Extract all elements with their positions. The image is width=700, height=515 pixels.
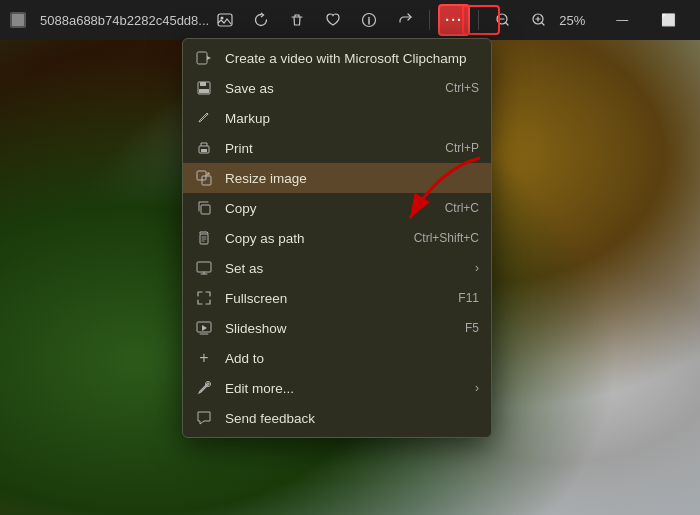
copy-path-label: Copy as path xyxy=(225,231,402,246)
delete-button[interactable] xyxy=(281,4,313,36)
resize-label: Resize image xyxy=(225,171,479,186)
save-as-icon xyxy=(195,79,213,97)
close-button[interactable]: ✕ xyxy=(691,4,700,36)
print-label: Print xyxy=(225,141,433,156)
markup-label: Markup xyxy=(225,111,479,126)
svg-rect-9 xyxy=(200,82,206,86)
zoom-in-button[interactable] xyxy=(523,4,555,36)
set-as-icon xyxy=(195,259,213,277)
clipchamp-label: Create a video with Microsoft Clipchamp xyxy=(225,51,479,66)
copy-label: Copy xyxy=(225,201,433,216)
menu-item-feedback[interactable]: Send feedback xyxy=(183,403,491,433)
maximize-button[interactable]: ⬜ xyxy=(645,4,691,36)
titlebar-left: 5088a688b74b2282c45dd8... xyxy=(8,10,209,30)
add-to-icon: + xyxy=(195,349,213,367)
fullscreen-label: Fullscreen xyxy=(225,291,446,306)
edit-more-label: Edit more... xyxy=(225,381,463,396)
menu-item-copy-path[interactable]: Copy as path Ctrl+Shift+C xyxy=(183,223,491,253)
titlebar: 5088a688b74b2282c45dd8... xyxy=(0,0,700,40)
edit-more-arrow: › xyxy=(475,381,479,395)
menu-item-markup[interactable]: Markup xyxy=(183,103,491,133)
slideshow-label: Slideshow xyxy=(225,321,453,336)
app-icon xyxy=(8,10,28,30)
info-button[interactable] xyxy=(353,4,385,36)
zoom-controls: 25% xyxy=(487,4,591,36)
copy-path-shortcut: Ctrl+Shift+C xyxy=(414,231,479,245)
favorite-button[interactable] xyxy=(317,4,349,36)
save-as-label: Save as xyxy=(225,81,433,96)
toolbar-separator xyxy=(429,10,430,30)
more-options-label: ··· xyxy=(445,12,463,28)
menu-item-copy[interactable]: Copy Ctrl+C xyxy=(183,193,491,223)
feedback-icon xyxy=(195,409,213,427)
feedback-label: Send feedback xyxy=(225,411,479,426)
fullscreen-shortcut: F11 xyxy=(458,291,479,305)
set-as-arrow: › xyxy=(475,261,479,275)
menu-item-set-as[interactable]: Set as › xyxy=(183,253,491,283)
menu-item-resize[interactable]: Resize image xyxy=(183,163,491,193)
file-title: 5088a688b74b2282c45dd8... xyxy=(40,13,209,28)
fullscreen-icon xyxy=(195,289,213,307)
svg-rect-1 xyxy=(12,14,24,26)
copy-shortcut: Ctrl+C xyxy=(445,201,479,215)
menu-item-edit-more[interactable]: Edit more... › xyxy=(183,373,491,403)
menu-item-add-to[interactable]: + Add to xyxy=(183,343,491,373)
svg-rect-2 xyxy=(218,14,232,26)
svg-rect-17 xyxy=(197,262,211,272)
menu-item-save-as[interactable]: Save as Ctrl+S xyxy=(183,73,491,103)
add-to-label: Add to xyxy=(225,351,479,366)
resize-icon xyxy=(195,169,213,187)
slideshow-icon xyxy=(195,319,213,337)
svg-rect-10 xyxy=(199,89,209,93)
edit-more-icon xyxy=(195,379,213,397)
minimize-button[interactable]: — xyxy=(599,4,645,36)
set-as-label: Set as xyxy=(225,261,463,276)
print-shortcut: Ctrl+P xyxy=(445,141,479,155)
window-controls: — ⬜ ✕ xyxy=(599,4,700,36)
save-as-shortcut: Ctrl+S xyxy=(445,81,479,95)
copy-path-icon xyxy=(195,229,213,247)
svg-rect-15 xyxy=(201,205,210,214)
rotate-button[interactable] xyxy=(245,4,277,36)
menu-item-fullscreen[interactable]: Fullscreen F11 xyxy=(183,283,491,313)
svg-point-3 xyxy=(221,17,224,20)
markup-icon xyxy=(195,109,213,127)
slideshow-shortcut: F5 xyxy=(465,321,479,335)
copy-icon xyxy=(195,199,213,217)
menu-item-clipchamp[interactable]: Create a video with Microsoft Clipchamp xyxy=(183,43,491,73)
share-button[interactable] xyxy=(389,4,421,36)
zoom-level: 25% xyxy=(559,13,591,28)
svg-rect-7 xyxy=(197,52,207,64)
more-button-highlight xyxy=(462,5,500,35)
menu-item-slideshow[interactable]: Slideshow F5 xyxy=(183,313,491,343)
menu-item-print[interactable]: Print Ctrl+P xyxy=(183,133,491,163)
context-menu: Create a video with Microsoft Clipchamp … xyxy=(182,38,492,438)
image-button[interactable] xyxy=(209,4,241,36)
svg-rect-12 xyxy=(201,149,207,152)
toolbar: ··· 25% xyxy=(209,4,591,36)
clipchamp-icon xyxy=(195,49,213,67)
print-icon xyxy=(195,139,213,157)
